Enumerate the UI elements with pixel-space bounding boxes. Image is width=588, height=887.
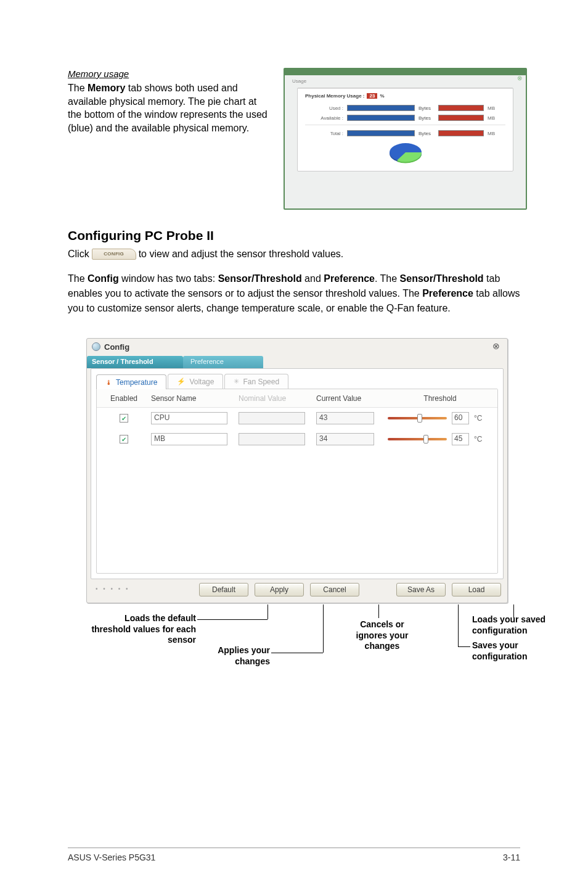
footer-left: ASUS V-Series P5G31 [68, 852, 155, 862]
config-window-title: Config [104, 342, 129, 352]
table-row: ✔MB3445°C [97, 429, 497, 450]
unit-label: °C [474, 414, 482, 423]
apply-button[interactable]: Apply [255, 583, 304, 596]
nominal-field [239, 412, 305, 424]
mem-bar-available [347, 115, 415, 121]
default-button[interactable]: Default [199, 583, 248, 596]
unit-label: °C [474, 435, 482, 444]
mem-bar-used [347, 105, 415, 111]
mem-row-total: Total : Bytes MB [305, 130, 505, 136]
configuring-heading: Configuring PC Probe II [68, 228, 520, 243]
page-footer: ASUS V-Series P5G31 3-11 [68, 852, 520, 862]
threshold-slider[interactable] [388, 438, 447, 440]
thermometer-icon: 🌡 [105, 379, 112, 386]
memory-section-text: Memory usage The Memory tab shows both u… [68, 68, 271, 210]
memory-bold: Memory [88, 83, 125, 93]
threshold-value[interactable]: 60 [452, 412, 469, 424]
nominal-field [239, 433, 305, 445]
close-icon[interactable]: ⊗ [492, 341, 502, 351]
config-window: Config ⊗ Sensor / Threshold Preference 🌡… [86, 338, 508, 603]
memory-window-screenshot: Usage ⊗ Physical Memory Usage : 23 % Use… [284, 68, 527, 210]
mem-window-title: Usage [285, 77, 306, 84]
close-icon[interactable]: ⊗ [517, 75, 522, 81]
sensor-name-field[interactable]: MB [151, 433, 227, 445]
checkbox[interactable]: ✔ [120, 414, 128, 423]
subtab-temperature[interactable]: 🌡Temperature [96, 374, 166, 389]
subtab-fanspeed[interactable]: ✳Fan Speed [224, 374, 288, 389]
threshold-value[interactable]: 45 [452, 433, 469, 445]
annotations: Loads the default threshold values for e… [86, 606, 542, 711]
tab-preference[interactable]: Preference [183, 356, 263, 368]
mem-caption: Physical Memory Usage : 23 % [305, 93, 505, 99]
saveas-button[interactable]: Save As [396, 583, 446, 596]
threshold-slider[interactable] [388, 417, 447, 419]
configuring-paragraph: The Config window has two tabs: Sensor/T… [68, 271, 520, 316]
mem-row-available: Available : Bytes MB [305, 115, 505, 121]
mem-bar-total [347, 130, 415, 136]
footer-right: 3-11 [503, 852, 520, 862]
pct-badge: 23 [367, 93, 377, 99]
table-row: ✔CPU4360°C [97, 408, 497, 429]
memory-heading: Memory usage [68, 68, 271, 80]
tab-sensor-threshold[interactable]: Sensor / Threshold [87, 356, 183, 368]
load-button[interactable]: Load [452, 583, 501, 596]
globe-icon [92, 342, 100, 351]
subtab-voltage[interactable]: ⚡Voltage [168, 374, 223, 389]
current-field: 43 [316, 412, 374, 424]
checkbox[interactable]: ✔ [120, 435, 128, 444]
current-field: 34 [316, 433, 374, 445]
fan-icon: ✳ [234, 377, 239, 386]
cancel-button[interactable]: Cancel [310, 583, 359, 596]
table-header: Enabled Sensor Name Nominal Value Curren… [97, 389, 497, 408]
mem-row-used: Used : Bytes MB [305, 105, 505, 111]
config-button[interactable]: CONFIG [92, 249, 136, 260]
sensor-name-field[interactable]: CPU [151, 412, 227, 424]
flash-icon: ⚡ [177, 377, 186, 386]
memory-pie-chart [387, 140, 424, 165]
